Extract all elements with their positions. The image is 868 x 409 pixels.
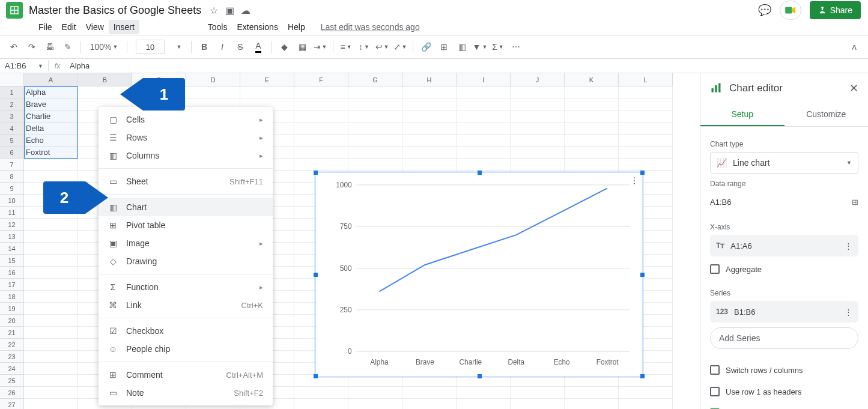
last-edit-link[interactable]: Last edit was seconds ago: [321, 22, 420, 32]
aggregate-checkbox[interactable]: Aggregate: [710, 260, 858, 278]
chart-editor-panel: Chart editor ✕ Setup Customize Chart typ…: [700, 73, 868, 409]
svg-text:1000: 1000: [336, 181, 352, 189]
menu-insert[interactable]: Insert: [109, 20, 139, 34]
paint-format-icon[interactable]: ✎: [60, 39, 76, 55]
strike-icon[interactable]: S: [232, 39, 248, 55]
merge-icon[interactable]: ⇥▼: [312, 39, 328, 55]
menu-item-function[interactable]: ΣFunction▸: [99, 278, 273, 296]
add-comment-icon: ⊞: [107, 369, 119, 381]
formula-input[interactable]: Alpha: [66, 61, 868, 70]
menu-bar: File Edit View Insert Format Data Tools …: [0, 18, 868, 35]
svg-text:500: 500: [340, 264, 352, 273]
move-icon[interactable]: ▣: [225, 5, 234, 16]
valign-icon[interactable]: ↕▼: [356, 39, 372, 55]
italic-icon[interactable]: I: [214, 39, 230, 55]
svg-rect-21: [712, 88, 714, 92]
wrap-icon[interactable]: ↩▼: [374, 39, 390, 55]
menu-item-image[interactable]: ▣Image▸: [99, 234, 273, 252]
switch-rows-cols-checkbox[interactable]: Switch rows / columns: [710, 361, 858, 379]
menu-extensions[interactable]: Extensions: [232, 20, 282, 34]
menu-item-cells[interactable]: ▢Cells▸: [99, 111, 273, 129]
note-icon: ▭: [107, 387, 119, 399]
comment-icon[interactable]: ⊞: [436, 39, 452, 55]
menu-tools[interactable]: Tools: [203, 20, 232, 34]
number-type-icon: 123: [716, 308, 728, 316]
rotate-icon[interactable]: ⤢▼: [392, 39, 408, 55]
series-more-icon[interactable]: ⋮: [845, 308, 852, 317]
comment-history-icon[interactable]: 💬: [758, 4, 771, 17]
add-series-button[interactable]: Add Series: [710, 327, 858, 349]
menu-item-link[interactable]: ⌘LinkCtrl+K: [99, 296, 273, 314]
menu-item-columns[interactable]: ▥Columns▸: [99, 147, 273, 165]
star-icon[interactable]: ☆: [210, 5, 218, 16]
svg-text:0: 0: [348, 347, 352, 356]
chart-type-label: Chart type: [710, 140, 858, 148]
close-icon[interactable]: ✕: [849, 82, 858, 95]
chart-type-select[interactable]: 📈Line chart ▼: [710, 152, 858, 174]
name-box[interactable]: A1:B6▼: [0, 61, 48, 70]
toolbar: ↶ ↷ 🖶 ✎ 100%▼ 10 ▼ B I S A ◆ ▦ ⇥▼ ≡▼ ↕▼ …: [0, 35, 868, 59]
chart-editor-icon: [710, 82, 722, 94]
menu-item-drawing[interactable]: ◇Drawing: [99, 252, 273, 270]
svg-text:Delta: Delta: [508, 358, 524, 366]
font-size-input[interactable]: 10: [136, 40, 165, 54]
menu-edit[interactable]: Edit: [57, 20, 81, 34]
fx-icon: fx: [48, 60, 66, 71]
zoom-select[interactable]: 100%▼: [86, 39, 122, 55]
bold-icon[interactable]: B: [196, 39, 212, 55]
tab-customize[interactable]: Customize: [785, 103, 869, 126]
xaxis-more-icon[interactable]: ⋮: [845, 241, 852, 250]
menu-item-chart[interactable]: ▥Chart: [99, 198, 273, 216]
text-color-icon[interactable]: A: [250, 39, 266, 55]
share-button[interactable]: Share: [810, 1, 861, 19]
doc-title[interactable]: Master the Basics of Google Sheets: [29, 4, 201, 17]
link-icon[interactable]: 🔗: [418, 39, 434, 55]
chart-icon: ▥: [107, 201, 119, 213]
menu-item-sheet[interactable]: ▭SheetShift+F11: [99, 172, 273, 190]
data-range-value[interactable]: A1:B6: [710, 198, 731, 207]
sheets-logo[interactable]: [6, 2, 23, 19]
menu-item-comment[interactable]: ⊞CommentCtrl+Alt+M: [99, 366, 273, 384]
menu-help[interactable]: Help: [283, 20, 310, 34]
svg-marker-4: [792, 7, 795, 13]
menu-item-note[interactable]: ▭NoteShift+F2: [99, 384, 273, 402]
xaxis-chip[interactable]: TᴛA1:A6 ⋮: [710, 235, 858, 256]
menu-file[interactable]: File: [34, 20, 57, 34]
menu-item-checkbox[interactable]: ☑Checkbox: [99, 322, 273, 340]
tab-setup[interactable]: Setup: [700, 103, 785, 126]
filter-icon[interactable]: ▼▼: [472, 39, 488, 55]
svg-text:750: 750: [340, 222, 352, 231]
insert-menu-dropdown: ▢Cells▸ ☰Rows▸ ▥Columns▸ ▭SheetShift+F11…: [99, 107, 273, 405]
svg-text:Foxtrot: Foxtrot: [596, 358, 619, 366]
panel-title: Chart editor: [729, 82, 783, 94]
more-icon[interactable]: ⋯: [508, 39, 524, 55]
use-row1-headers-checkbox[interactable]: Use row 1 as headers: [710, 383, 858, 401]
print-icon[interactable]: 🖶: [42, 39, 58, 55]
series-label: Series: [710, 289, 858, 297]
insert-chart-icon[interactable]: ▥: [454, 39, 470, 55]
data-range-grid-icon[interactable]: ⊞: [852, 198, 858, 207]
menu-item-rows[interactable]: ☰Rows▸: [99, 129, 273, 147]
fill-color-icon[interactable]: ◆: [276, 39, 292, 55]
collapse-toolbar-icon[interactable]: ʌ: [846, 39, 862, 55]
drawing-icon: ◇: [107, 255, 119, 267]
borders-icon[interactable]: ▦: [294, 39, 310, 55]
cloud-icon[interactable]: ☁: [241, 5, 250, 16]
xaxis-label: X-axis: [710, 223, 858, 231]
series-chip[interactable]: 123B1:B6 ⋮: [710, 301, 858, 323]
rows-icon: ☰: [107, 132, 119, 144]
halign-icon[interactable]: ≡▼: [338, 39, 354, 55]
font-size-dropdown-icon[interactable]: ▼: [171, 39, 186, 55]
svg-rect-22: [715, 85, 717, 92]
use-colA-labels-checkbox[interactable]: ✓Use column A as labels: [710, 404, 858, 409]
functions-icon[interactable]: Σ▼: [490, 39, 506, 55]
undo-icon[interactable]: ↶: [6, 39, 22, 55]
menu-item-peoplechip[interactable]: ☺People chip: [99, 340, 273, 358]
chart-object[interactable]: ⋯ 02505007501000AlphaBraveCharlieDeltaEc…: [315, 172, 643, 377]
meet-button[interactable]: [780, 1, 801, 20]
redo-icon[interactable]: ↷: [24, 39, 40, 55]
menu-item-pivot[interactable]: ⊞Pivot table: [99, 216, 273, 234]
sheet-area[interactable]: ABCDEFGHIJKL1Alpha2Brave3Charlie4Delta5E…: [0, 73, 700, 409]
svg-text:Brave: Brave: [416, 358, 434, 366]
menu-view[interactable]: View: [81, 20, 109, 34]
